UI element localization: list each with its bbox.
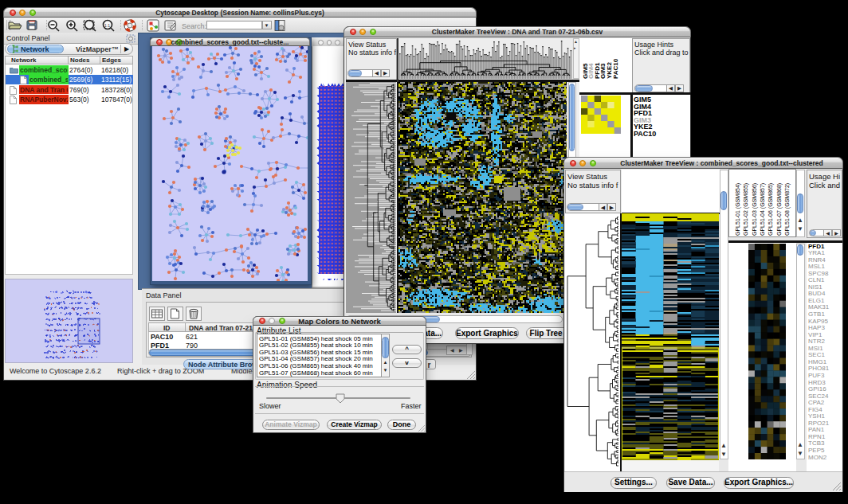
svg-text:1:1: 1:1 [104, 23, 110, 28]
